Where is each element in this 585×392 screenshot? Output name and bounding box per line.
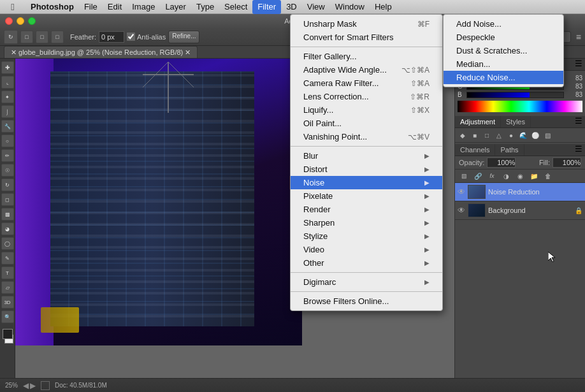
noise-despeckle[interactable]: Despeckle [444,31,563,44]
menu-item-photoshop[interactable]: Photoshop [25,0,79,14]
filter-render[interactable]: Render ▶ [291,203,442,216]
foreground-color[interactable] [3,329,13,339]
tab-paths[interactable]: Paths [495,144,524,156]
tab-styles[interactable]: Styles [501,116,531,127]
tool-heal[interactable]: ○ [1,134,14,147]
tool-gradient[interactable]: ▩ [1,208,14,221]
filter-stylize[interactable]: Stylize ▶ [291,229,442,243]
adj-icon-6[interactable]: 🌊 [518,130,528,140]
feather-input[interactable] [99,31,124,43]
filter-oil-paint[interactable]: Oil Paint... [291,117,442,130]
tool-zoom[interactable]: 🔍 [1,310,14,323]
tool-icon-2[interactable]: □ [20,31,33,43]
adj-panel-menu-icon[interactable]: ☰ [575,116,582,127]
tool-history[interactable]: ↻ [1,178,14,191]
tool-eraser[interactable]: ◻ [1,193,14,206]
adj-icon-2[interactable]: ■ [470,130,480,140]
minimize-button[interactable] [17,17,24,25]
menu-item-select[interactable]: Select [219,0,252,14]
panel-arrange-icon[interactable]: ≡ [576,32,581,42]
nav-next[interactable]: ▶ [30,381,36,390]
apple-menu[interactable]:  [0,1,25,12]
refine-button[interactable]: Refine... [168,31,199,43]
fill-input[interactable] [552,157,581,168]
filter-pixelate[interactable]: Pixelate ▶ [291,189,442,203]
adj-icon-4[interactable]: △ [494,130,504,140]
filter-lens-correction[interactable]: Lens Correction... ⇧⌘R [291,90,442,103]
filter-blur[interactable]: Blur ▶ [291,149,442,163]
menu-item-filter[interactable]: Filter [252,0,281,14]
tool-text[interactable]: T [1,266,14,279]
tool-blur[interactable]: ◕ [1,222,14,235]
filter-convert-smart[interactable]: Convert for Smart Filters [291,31,442,44]
nav-prev[interactable]: ◀ [23,381,29,390]
tool-eyedropper[interactable]: 🔧 [1,120,14,133]
color-gradient-bar[interactable] [458,101,582,112]
layer-eye-noise[interactable]: 👁 [458,187,465,196]
menu-item-layer[interactable]: Layer [160,0,191,14]
panel-menu-icon[interactable]: ☰ [575,59,582,70]
document-tab[interactable]: ✕ globe_building.jpg @ 25% (Noise Reduct… [4,46,198,58]
filter-browse[interactable]: Browse Filters Online... [291,294,442,308]
maximize-button[interactable] [28,17,36,25]
menu-item-help[interactable]: Help [370,0,397,14]
link-icon[interactable]: 🔗 [473,171,483,181]
close-button[interactable] [5,17,13,25]
tool-crop[interactable]: ⌡ [1,105,14,118]
noise-median[interactable]: Median... [444,57,563,71]
tool-icon-1[interactable]: ↻ [4,30,18,44]
filter-noise[interactable]: Noise ▶ [291,176,442,189]
adj-icon-7[interactable]: ⚪ [530,130,540,140]
adj-icon-1[interactable]: ◆ [458,130,468,140]
tool-lasso[interactable]: ⌞ [1,76,14,89]
menu-item-edit[interactable]: Edit [103,0,127,14]
tool-dodge[interactable]: ◯ [1,237,14,250]
tool-shape[interactable]: ▱ [1,281,14,294]
adj-icon-3[interactable]: □ [482,130,492,140]
menu-item-image[interactable]: Image [127,0,160,14]
tool-pen[interactable]: ✎ [1,252,14,265]
tool-clone[interactable]: ☉ [1,164,14,177]
nav-controls[interactable]: ◀ ▶ [23,381,36,390]
menu-item-3d[interactable]: 3D [281,0,302,14]
delete-layer-icon[interactable]: 🗑 [543,171,553,181]
opacity-input[interactable] [487,157,516,168]
filter-sharpen[interactable]: Sharpen ▶ [291,216,442,229]
tool-3d[interactable]: 3D [1,296,14,309]
anti-alias-checkbox[interactable] [127,33,135,41]
tool-move[interactable]: ✚ [1,61,14,74]
grid-view-icon[interactable] [41,381,50,390]
layer-row-noise[interactable]: 👁 Noise Reduction [455,183,585,201]
layer-eye-background[interactable]: 👁 [458,206,465,215]
filter-gallery[interactable]: Filter Gallery... [291,50,442,63]
menu-item-type[interactable]: Type [191,0,219,14]
filter-adaptive-wide[interactable]: Adaptive Wide Angle... ⌥⇧⌘A [291,63,442,76]
adjustment-layer-icon[interactable]: ◉ [515,171,525,181]
tool-icon-3[interactable]: □ [36,31,48,43]
tab-channels[interactable]: Channels [455,144,495,156]
adj-icon-5[interactable]: ● [506,130,516,140]
layers-panel-menu-icon[interactable]: ☰ [575,144,582,156]
filter-video[interactable]: Video ▶ [291,243,442,256]
filter-digimarc[interactable]: Digimarc ▶ [291,275,442,289]
fx-icon[interactable]: fx [487,171,497,181]
filter-vanishing-point[interactable]: Vanishing Point... ⌥⌘V [291,130,442,143]
blend-mode-icon[interactable]: ▧ [459,171,469,181]
folder-icon[interactable]: 📁 [529,171,539,181]
tool-brush[interactable]: ✏ [1,149,14,162]
filter-other[interactable]: Other ▶ [291,256,442,270]
filter-camera-raw[interactable]: Camera Raw Filter... ⇧⌘A [291,76,442,90]
menu-item-window[interactable]: Window [330,0,370,14]
menu-item-view[interactable]: View [302,0,330,14]
filter-liquify[interactable]: Liquify... ⇧⌘X [291,103,442,117]
noise-reduce-noise[interactable]: Reduce Noise... [444,71,563,84]
tool-icon-4[interactable]: □ [51,31,64,43]
mask-icon[interactable]: ◑ [501,171,511,181]
tab-adjustments[interactable]: Adjustment [455,116,501,127]
layer-row-background[interactable]: 👁 Background 🔒 [455,201,585,220]
adj-icon-8[interactable]: ▧ [542,130,552,140]
tool-magic-wand[interactable]: ✦ [1,91,14,103]
filter-unsharp-mask[interactable]: Unsharp Mask ⌘F [291,17,442,31]
menu-item-file[interactable]: File [79,0,103,14]
noise-add-noise[interactable]: Add Noise... [444,17,563,31]
